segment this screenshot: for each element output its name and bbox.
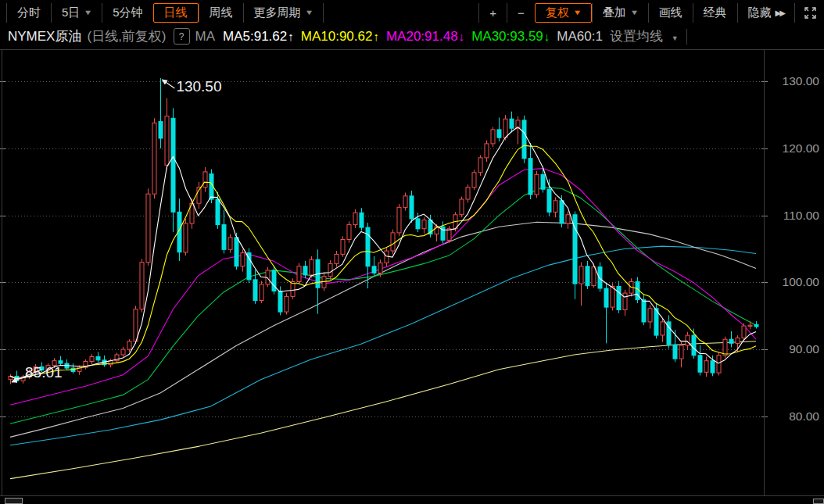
y-axis-labels: 130.00120.00110.00100.0090.0080.00 <box>783 74 820 423</box>
ma60-legend: MA60:1 <box>557 29 603 45</box>
ma-line-ma5 <box>10 127 756 379</box>
price-annotation: 85.01 <box>25 364 63 381</box>
ma-prefix-label: MA <box>195 29 216 45</box>
annotation-arrow <box>162 80 174 88</box>
classic-style-button[interactable]: 经典 <box>693 3 737 23</box>
ma-line-ma20 <box>10 169 756 406</box>
ma-line-ma120 <box>10 246 756 445</box>
symbol-name: NYMEX原油 <box>8 27 81 45</box>
zoom-out-button[interactable]: − <box>507 3 535 23</box>
fullscreen-button[interactable] <box>800 3 820 23</box>
period-mode-label: (日线,前复权) <box>87 27 166 45</box>
hide-panel-button[interactable]: 隐藏▶▶ <box>737 3 795 23</box>
svg-text:100.00: 100.00 <box>783 275 820 288</box>
zoom-in-button[interactable]: + <box>478 3 507 23</box>
price-chart[interactable]: 130.00120.00110.00100.0090.0080.00130.50… <box>0 0 824 504</box>
price-annotation: 130.50 <box>176 78 221 95</box>
ma-settings-button[interactable]: 设置均线 ▼ <box>610 27 679 45</box>
ma5-legend: MA5:91.62↑ <box>223 29 294 45</box>
legend-divider <box>686 29 687 45</box>
double-arrow-right-icon: ▶▶ <box>776 9 784 17</box>
down-arrow-icon: ↓ <box>459 30 465 43</box>
toolbar: 分时 5日▼ 5分钟 日线 周线 更多周期▼ + − 复权▼ 叠加▼ 画线 经典… <box>0 0 824 23</box>
grid-layer <box>0 82 768 417</box>
tab-5min[interactable]: 5分钟 <box>102 3 152 23</box>
caret-down-icon: ▼ <box>629 9 639 16</box>
caret-down-icon: ▼ <box>572 9 582 16</box>
tools-button-group: + − 复权▼ 叠加▼ 画线 经典 隐藏▶▶ <box>478 0 820 23</box>
help-button[interactable]: ? <box>174 28 190 45</box>
svg-text:120.00: 120.00 <box>783 141 820 155</box>
chart-legend: NYMEX原油 (日线,前复权) ? MA MA5:91.62↑ MA10:90… <box>0 24 824 48</box>
up-arrow-icon: ↑ <box>288 30 294 43</box>
ma-line-ma10 <box>10 145 756 378</box>
fullscreen-icon <box>804 6 817 20</box>
svg-text:110.00: 110.00 <box>783 209 820 222</box>
up-arrow-icon: ↑ <box>373 30 379 43</box>
svg-text:80.00: 80.00 <box>789 409 819 423</box>
scrollbar-thumb[interactable] <box>5 498 23 504</box>
overlay-button[interactable]: 叠加▼ <box>592 3 648 23</box>
caret-down-icon: ▼ <box>84 9 93 16</box>
ma30-legend: MA30:93.59↓ <box>471 29 550 45</box>
down-arrow-icon: ↓ <box>544 30 550 43</box>
adjust-mode-button[interactable]: 复权▼ <box>535 3 592 23</box>
tab-more-periods[interactable]: 更多周期▼ <box>243 3 324 23</box>
tab-5day[interactable]: 5日▼ <box>51 3 102 23</box>
candles-layer <box>9 78 758 384</box>
ma-lines-front-layer <box>10 127 756 379</box>
caret-down-icon: ▼ <box>672 34 679 42</box>
ma20-legend: MA20:91.48↓ <box>386 29 464 45</box>
period-button-group: 分时 5日▼ 5分钟 日线 周线 更多周期▼ <box>6 0 324 23</box>
tab-daily[interactable]: 日线 <box>153 3 199 23</box>
tab-weekly[interactable]: 周线 <box>199 3 243 23</box>
svg-text:90.00: 90.00 <box>789 342 819 356</box>
svg-text:130.00: 130.00 <box>783 74 820 88</box>
ma10-legend: MA10:90.62↑ <box>301 29 379 45</box>
caret-down-icon: ▼ <box>304 9 313 16</box>
draw-line-button[interactable]: 画线 <box>648 3 693 23</box>
annotations-layer: 130.5085.01 <box>12 78 222 382</box>
chart-border-layer <box>0 49 824 496</box>
tab-timeshare[interactable]: 分时 <box>6 3 51 23</box>
resize-corner[interactable] <box>813 499 824 504</box>
